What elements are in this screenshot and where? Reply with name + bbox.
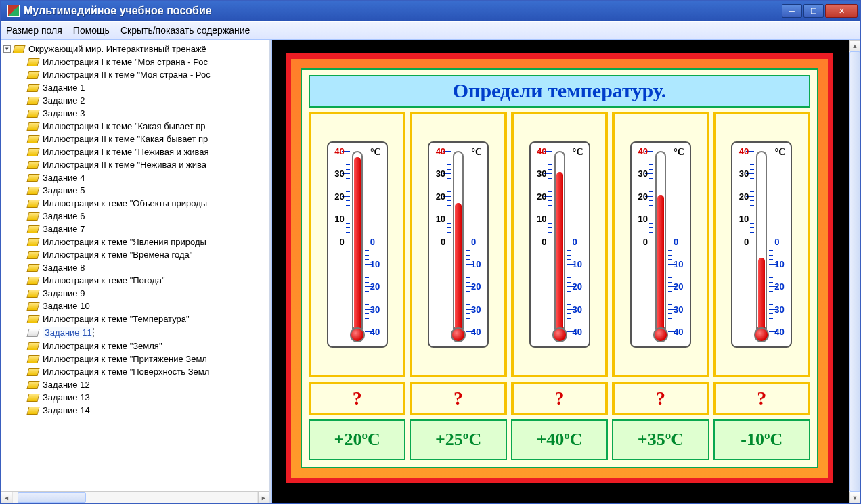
scroll-track[interactable] [849,51,860,492]
question-slot[interactable]: ? [713,382,810,415]
answer-option[interactable]: -10ºC [713,419,810,460]
tree-item[interactable]: Задание 5 [1,184,269,197]
scroll-thumb[interactable] [18,492,86,503]
tree-item[interactable]: Задание 13 [1,391,269,404]
answer-option[interactable]: +40ºC [511,419,608,460]
tree-root[interactable]: ▾Окружающий мир. Интерактивный тренажё [1,43,269,55]
thermometer-cell: °C403020100010203040? [309,112,405,415]
page-icon [26,329,39,337]
tree-panel: ▾Окружающий мир. Интерактивный тренажёИл… [1,40,271,503]
question-slot[interactable]: ? [612,382,709,415]
tree-item[interactable]: Задание 11 [1,325,269,340]
tree-item[interactable]: Задание 9 [1,287,269,300]
scroll-track[interactable] [12,492,258,503]
mercury-column [455,203,462,331]
tree-item[interactable]: Иллюстрация к теме "Температура" [1,313,269,325]
task-title: Определи температуру. [309,75,810,108]
menu-item-0[interactable]: Размер поля [6,24,62,37]
book-icon [12,45,25,53]
tree-item-label: Иллюстрация II к теме "Неживая и жива [43,160,206,170]
menu-item-1[interactable]: Помощь [73,24,110,37]
tree-item[interactable]: Иллюстрация к теме "Земля" [1,340,269,352]
tree-item[interactable]: Задание 8 [1,261,269,274]
thermometer-cell: °C403020100010203040? [612,112,709,415]
scroll-thumb[interactable] [849,51,860,492]
answer-option[interactable]: +20ºC [309,419,405,460]
tree-item[interactable]: Иллюстрация к теме "Явления природы [1,235,269,248]
page-icon [26,187,39,195]
scroll-down-button[interactable]: ▼ [849,492,860,503]
thermometer-row: °C403020100010203040?°C40302010001020304… [309,112,810,415]
tree-item[interactable]: Задание 10 [1,300,269,313]
collapse-icon[interactable]: ▾ [3,45,11,53]
question-slot[interactable]: ? [410,382,506,415]
tree-item[interactable]: Иллюстрация к теме "Погода" [1,274,269,287]
tree-item[interactable]: Иллюстрация II к теме "Неживая и жива [1,158,269,171]
scale-label: 40 [537,146,546,156]
unit-label: °C [370,147,381,158]
scale-label: 20 [436,191,445,202]
tree-item[interactable]: Иллюстрация к теме "Объекты природы [1,197,269,210]
tree-item[interactable]: Задание 14 [1,404,269,417]
unit-label: °C [573,147,583,158]
tree-horizontal-scrollbar[interactable]: ◄ ► [1,491,269,503]
tree-item[interactable]: Иллюстрация II к теме "Какая бывает пр [1,133,269,145]
tree-item[interactable]: Задание 7 [1,223,269,235]
tree-view[interactable]: ▾Окружающий мир. Интерактивный тренажёИл… [1,40,269,491]
maximize-button[interactable]: ☐ [803,4,824,18]
page-icon [26,302,39,311]
thermometer-card[interactable]: °C403020100010203040 [612,112,709,377]
tree-item-label: Иллюстрация к теме "Явления природы [43,237,206,247]
tree-item[interactable]: Задание 1 [1,81,269,94]
mercury-column [657,195,664,331]
thermometer-cell: °C403020100010203040? [410,112,506,415]
scale-label: 0 [471,237,476,247]
scale-label: 30 [674,304,683,315]
thermometer-bulb [350,327,365,342]
scale-label: 10 [774,259,784,269]
page-icon [26,225,39,233]
viewer-vertical-scrollbar[interactable]: ▲ ▼ [849,40,860,503]
page-icon [26,58,39,66]
tree-item[interactable]: Иллюстрация I к теме "Неживая и живая [1,145,269,158]
scale-label: 30 [537,168,546,179]
menubar: Размер поляПомощьСкрыть/показать содержа… [1,21,860,40]
close-button[interactable]: ✕ [825,4,858,18]
tree-item[interactable]: Задание 3 [1,107,269,120]
page-icon [26,135,39,143]
scroll-left-button[interactable]: ◄ [1,492,12,503]
thermometer-cell: °C403020100010203040? [713,112,810,415]
scale-label: 40 [334,146,344,156]
tree-item[interactable]: Иллюстрация I к теме "Моя страна - Рос [1,55,269,68]
scale-label: 0 [744,237,749,247]
menu-item-2[interactable]: Скрыть/показать содержание [120,24,250,37]
minimize-button[interactable]: ─ [782,4,802,18]
question-slot[interactable]: ? [309,382,405,415]
thermometer-card[interactable]: °C403020100010203040 [410,112,506,377]
tree-item[interactable]: Задание 12 [1,378,269,391]
tree-item[interactable]: Иллюстрация I к теме "Какая бывает пр [1,120,269,133]
thermometer-card[interactable]: °C403020100010203040 [511,112,608,377]
content-area: ▾Окружающий мир. Интерактивный тренажёИл… [1,40,860,503]
tree-item[interactable]: Иллюстрация к теме "Времена года" [1,248,269,261]
tree-item[interactable]: Задание 2 [1,94,269,107]
answer-option[interactable]: +25ºC [410,419,506,460]
thermometer-card[interactable]: °C403020100010203040 [713,112,810,377]
scroll-right-button[interactable]: ► [258,492,269,503]
page-icon [26,97,39,105]
tree-item[interactable]: Иллюстрация II к теме "Моя страна - Рос [1,68,269,81]
tree-item[interactable]: Иллюстрация к теме "Притяжение Земл [1,352,269,365]
thermometer-card[interactable]: °C403020100010203040 [309,112,405,377]
slide-content: Определи температуру. °C4030201000102030… [301,68,818,468]
tree-item[interactable]: Иллюстрация к теме "Поверхность Земл [1,365,269,378]
tree-item[interactable]: Задание 6 [1,210,269,223]
question-slot[interactable]: ? [511,382,608,415]
tree-item[interactable]: Задание 4 [1,171,269,184]
scale-label: 40 [739,146,749,156]
tree-item-label: Задание 13 [43,392,90,403]
answer-option[interactable]: +35ºC [612,419,709,460]
scroll-up-button[interactable]: ▲ [849,40,860,51]
scale-label: 0 [774,237,779,247]
tree-item-label: Задание 2 [43,95,85,106]
scale-label: 20 [674,281,683,292]
